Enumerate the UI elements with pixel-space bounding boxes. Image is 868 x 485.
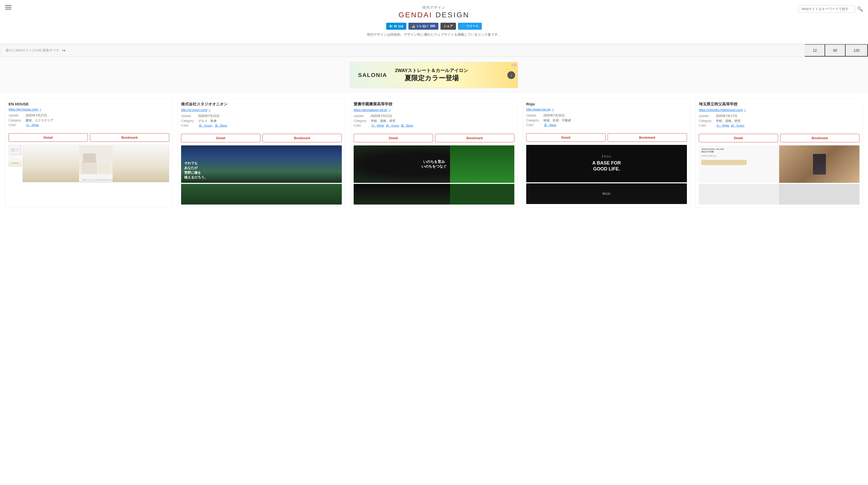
svg-rect-4 [11,162,19,164]
detail-button-en-house[interactable]: Detail [8,133,88,142]
svg-rect-2 [16,148,19,152]
card-studio-onion: 株式会社スタジオオニオン http://st-onion.com/ ↗ Upda… [178,98,345,208]
page-60-button[interactable]: 60 [825,44,845,57]
bookmark-button-roju[interactable]: Bookmark [608,133,687,142]
card-update-roju: Update2020年7月20日 [526,114,687,118]
facebook-thumb: 👍 [411,25,415,28]
detail-button-ainogakuen[interactable]: Detail [354,134,433,142]
search-button[interactable]: 🔍 [857,6,863,12]
detail-button-roju[interactable]: Detail [526,133,606,142]
ad-marker: 広告 [512,63,517,67]
card-update-chichibu: Update2020年7月17日 [699,114,860,118]
card-category-studio-onion: Categoryグルメ、飲食 [181,119,342,123]
url-bar-left: 優れたWebサイトのURL募集中です ↪ [0,44,70,57]
ad-next-button[interactable]: › [507,71,515,79]
color-black-roju[interactable]: 黒 - Black [544,124,556,127]
card-images-roju: ĔROU A BASE FORGOOD LIFE. ROJU [523,145,690,207]
card-images-ainogakuen: いのちを育みいのちをつなぐ [350,146,518,207]
send-icon[interactable]: ↪ [62,48,65,53]
url-bar: 優れたWebサイトのURL募集中です ↪ 12 60 120 [0,44,868,57]
card-category-en-house: Category建築、エクステリア [8,118,169,123]
card-info-chichibu: 埼玉県立秩父高等学校 https://chichibu-highschool.c… [696,99,863,131]
thumbnail-secondary-roju: ROJU [526,183,687,204]
ad-logo: SALONIA [358,72,387,78]
site-header: 現代デザイン GENDAI DESIGN B! B! 216 👍 いいね！ 36… [0,0,868,44]
site-title-part1: GENDAI [399,11,432,19]
thumbnail-main-studio-onion: それでもあなたが荒野に種を植えるだろう。 [181,146,342,183]
color-black-studio-onion[interactable]: 黒 - Black [215,124,227,127]
card-thumb-small-en-house [8,145,22,182]
card-info-en-house: EN HOUSE https://en-house.com/ ↗ Update2… [5,99,172,131]
menu-button[interactable] [5,5,11,9]
card-color-chichibu: Color 白 - White 緑 - Green [699,124,860,128]
card-update-ainogakuen: Update2020年7月21日 [354,114,514,118]
card-images-studio-onion: それでもあなたが荒野に種を植えるだろう。 [178,146,345,207]
site-description: 現代デザインは技術的、デザイン性に優れたウェブサイトを掲載しているリンク集です。 [0,32,868,37]
color-green-ainogakuen[interactable]: 緑 - Green [386,124,399,127]
thumbnail-secondary-chichibu [699,184,860,204]
thumbnail-mini-2-en-house [8,156,22,167]
twitter-button[interactable]: 🐦 ツイート [458,23,482,30]
bookmark-button-chichibu[interactable]: Bookmark [780,134,860,142]
bookmark-button-ainogakuen[interactable]: Bookmark [435,134,514,142]
search-input[interactable] [798,5,855,13]
detail-button-chichibu[interactable]: Detail [699,134,778,142]
color-green-studio-onion[interactable]: 緑 - Green [199,124,212,127]
page-120-button[interactable]: 120 [845,44,868,57]
ad-subhead: 夏限定カラー登場 [395,74,468,83]
card-category-ainogakuen: Category学校、資格、研究 [354,119,514,123]
search-area: 🔍 [798,5,863,13]
card-url-ainogakuen[interactable]: https://ainogakuen.ed.jp/ ↗ [354,108,514,112]
external-link-icon: ↗ [389,109,391,111]
social-bar: B! B! 216 👍 いいね！ 369 シェア 🐦 ツイート [0,23,868,30]
color-black-ainogakuen[interactable]: 黒 - Black [401,124,413,127]
page-12-button[interactable]: 12 [805,44,825,57]
card-url-roju[interactable]: http://www.roju.jp/ ↗ [526,108,687,111]
ad-container: 広告 SALONIA 2WAYストレート＆カールアイロン 夏限定カラー登場 › [0,57,868,93]
thumbnail-main-ainogakuen: いのちを育みいのちをつなぐ [354,146,514,183]
share-label: シェア [443,24,453,28]
card-images-chichibu: TRADITIONAL VALUES強るがが伝統 2020年の地域では... [696,146,863,207]
site-subtitle: 現代デザイン [0,5,868,10]
card-url-chichibu[interactable]: https://chichibu-highschool.com/ ↗ [699,108,860,112]
card-info-roju: Roju http://www.roju.jp/ ↗ Update2020年7月… [523,99,690,131]
card-title-studio-onion: 株式会社スタジオオニオン [181,102,342,107]
color-white-ainogakuen[interactable]: 白 - White [371,124,384,127]
card-ainogakuen: 愛農学園農業高等学校 https://ainogakuen.ed.jp/ ↗ U… [350,98,518,208]
card-url-en-house[interactable]: https://en-house.com/ ↗ [8,108,169,111]
svg-text:大磯ではじまる 3423は客を喜ばせる地域: 大磯ではじまる 3423は客を喜ばせる地域 [82,179,113,181]
card-update-studio-onion: Update2020年7月22日 [181,114,342,118]
card-url-studio-onion[interactable]: http://st-onion.com/ ↗ [181,108,342,112]
svg-rect-7 [83,153,96,162]
bookmark-button-studio-onion[interactable]: Bookmark [262,134,342,142]
share-button[interactable]: シェア [440,23,456,30]
color-white-chichibu[interactable]: 白 - White [717,124,729,127]
bookmark-button-en-house[interactable]: Bookmark [90,133,169,142]
thumbnail-main-en-house: 大磯ではじまる 3423は客を喜ばせる地域 [23,145,169,182]
hatena-button[interactable]: B! B! 216 [386,23,406,30]
card-en-house: EN HOUSE https://en-house.com/ ↗ Update2… [5,98,173,208]
detail-button-studio-onion[interactable]: Detail [181,134,260,142]
color-green-chichibu[interactable]: 緑 - Green [731,124,744,127]
ad-banner[interactable]: 広告 SALONIA 2WAYストレート＆カールアイロン 夏限定カラー登場 › [350,62,518,88]
facebook-button[interactable]: 👍 いいね！ 369 [408,23,438,30]
card-buttons-roju: Detail Bookmark [526,133,687,142]
external-link-icon: ↗ [39,108,41,111]
facebook-count: いいね！ 369 [417,24,435,28]
thumbnail-secondary-studio-onion [181,184,342,204]
card-buttons-studio-onion: Detail Bookmark [181,134,342,142]
card-title-chichibu: 埼玉県立秩父高等学校 [699,102,860,107]
card-category-roju: Category地域、住居、不動産 [526,118,687,123]
card-category-chichibu: Category学校、資格、研究 [699,119,860,123]
card-color-ainogakuen: Color 白 - White 緑 - Green 黒 - Black [354,124,514,128]
svg-point-1 [11,148,15,152]
thumbnail-main-roju: ĔROU A BASE FORGOOD LIFE. [526,145,687,182]
hatena-logo: B! [389,25,393,28]
ad-text-block: 2WAYストレート＆カールアイロン 夏限定カラー登場 [395,67,468,83]
color-white-en-house[interactable]: 白 - White [26,124,39,127]
ad-headline: 2WAYストレート＆カールアイロン [395,67,468,74]
site-title: GENDAI DESIGN [0,11,868,19]
card-buttons-ainogakuen: Detail Bookmark [354,134,514,142]
card-roju: Roju http://www.roju.jp/ ↗ Update2020年7月… [523,98,690,208]
card-info-ainogakuen: 愛農学園農業高等学校 https://ainogakuen.ed.jp/ ↗ U… [350,99,518,131]
